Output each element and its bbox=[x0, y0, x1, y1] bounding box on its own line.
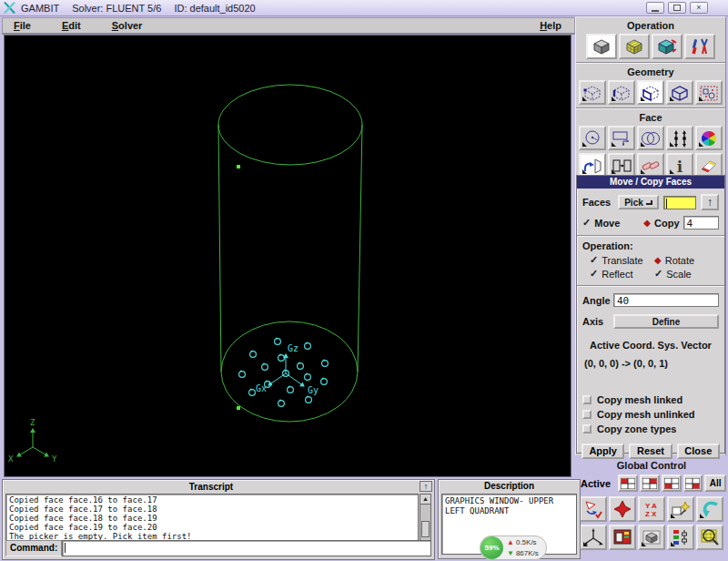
screen-layout-button[interactable] bbox=[609, 525, 636, 550]
svg-text:i: i bbox=[677, 158, 683, 175]
copy-radio-glyph[interactable]: ◆ bbox=[643, 218, 651, 228]
copy-mesh-unlinked-label[interactable]: Copy mesh unlinked bbox=[597, 409, 695, 420]
orient-axis-button[interactable] bbox=[580, 525, 607, 550]
maximize-button[interactable] bbox=[668, 2, 686, 14]
pick-button[interactable]: Pick bbox=[618, 195, 659, 209]
svg-text:Y A: Y A bbox=[645, 502, 657, 510]
operation-label: Operation: bbox=[582, 240, 633, 251]
face-connect-button[interactable] bbox=[637, 153, 664, 178]
scroll-up-icon[interactable]: ▲ bbox=[420, 495, 430, 505]
angle-input[interactable]: 40 bbox=[613, 293, 719, 307]
render-model-button[interactable] bbox=[638, 525, 665, 550]
faces-input[interactable] bbox=[663, 196, 696, 209]
face-cube-icon bbox=[640, 84, 662, 102]
upload-arrow-icon: ▲ bbox=[507, 537, 514, 548]
menubar: File Edit Solver Help bbox=[2, 17, 575, 35]
operation-zones-button[interactable] bbox=[652, 34, 682, 59]
scroll-thumb[interactable] bbox=[421, 521, 430, 537]
face-info-button[interactable]: i bbox=[666, 153, 693, 178]
transcript-log[interactable]: Copied face face.16 to face.17 Copied fa… bbox=[5, 494, 419, 541]
quadrant-top-left-icon bbox=[621, 478, 635, 489]
download-speed: 867K/s bbox=[516, 548, 539, 559]
fit-to-window-button[interactable] bbox=[609, 496, 636, 522]
color-modify-button[interactable] bbox=[667, 525, 694, 550]
axis-labels-button[interactable]: Y A Z X bbox=[638, 496, 665, 522]
geometry-vertex-button[interactable] bbox=[579, 80, 606, 105]
define-axis-button[interactable]: Define bbox=[613, 314, 719, 329]
geometry-group-button[interactable] bbox=[695, 80, 723, 105]
copy-mesh-linked-label[interactable]: Copy mesh linked bbox=[597, 394, 682, 405]
specify-view-button[interactable] bbox=[667, 496, 694, 522]
orient-model-button[interactable] bbox=[580, 496, 607, 522]
graphics-viewport[interactable]: Gz Gx Gy Z X Y bbox=[4, 35, 571, 477]
geometry-edge-button[interactable] bbox=[608, 80, 635, 105]
solver-label: Solver: FLUENT 5/6 bbox=[72, 3, 161, 14]
tools-icon bbox=[689, 37, 711, 56]
face-create-circle-button[interactable] bbox=[579, 126, 606, 150]
geometry-volume-button[interactable] bbox=[666, 80, 693, 105]
operation-geometry-button[interactable] bbox=[586, 34, 617, 59]
copy-mesh-unlinked-checkbox[interactable] bbox=[582, 410, 592, 419]
menu-file[interactable]: File bbox=[8, 18, 36, 33]
copy-count-input[interactable]: 4 bbox=[683, 216, 719, 230]
quadrant-2-button[interactable] bbox=[640, 474, 660, 492]
face-title: Face bbox=[576, 109, 725, 123]
face-move-vertices-button[interactable] bbox=[666, 126, 693, 150]
axis-label: Axis bbox=[582, 316, 613, 327]
move-label[interactable]: Move bbox=[594, 218, 620, 229]
copy-zone-types-checkbox[interactable] bbox=[582, 424, 592, 434]
quadrant-4-button[interactable] bbox=[683, 474, 703, 492]
minimize-button[interactable] bbox=[646, 2, 664, 14]
operation-mesh-button[interactable] bbox=[619, 34, 650, 59]
close-button[interactable]: × bbox=[690, 2, 708, 14]
scale-radio-glyph[interactable]: ✓ bbox=[654, 268, 662, 280]
quadrant-bottom-right-icon bbox=[685, 478, 700, 489]
reflect-radio-glyph[interactable]: ✓ bbox=[590, 268, 598, 280]
active-label: Active bbox=[581, 478, 611, 489]
picker-up-button[interactable]: ↑ bbox=[701, 194, 719, 210]
transcript-title: Transcript bbox=[3, 482, 420, 492]
render-model-icon bbox=[641, 527, 662, 547]
face-move-copy-button[interactable] bbox=[579, 153, 606, 178]
operation-title: Operation bbox=[576, 17, 725, 31]
translate-label[interactable]: Translate bbox=[602, 255, 642, 266]
all-quadrants-button[interactable]: All bbox=[704, 474, 726, 492]
quadrant-bottom-left-icon bbox=[664, 478, 679, 489]
operation-tools-button[interactable] bbox=[684, 34, 715, 59]
translate-radio-glyph[interactable]: ✓ bbox=[590, 254, 598, 266]
copy-mesh-linked-checkbox[interactable] bbox=[582, 395, 592, 404]
face-split-button[interactable] bbox=[608, 153, 635, 178]
move-radio-glyph[interactable]: ✓ bbox=[582, 217, 591, 229]
command-input[interactable] bbox=[62, 540, 431, 556]
geometry-face-button[interactable] bbox=[637, 80, 664, 105]
face-color-button[interactable] bbox=[695, 126, 723, 150]
menu-edit[interactable]: Edit bbox=[56, 18, 86, 33]
copy-zone-types-label[interactable]: Copy zone types bbox=[597, 423, 676, 434]
reflect-label[interactable]: Reflect bbox=[602, 269, 632, 280]
gy-label: Gy bbox=[308, 385, 318, 395]
transcript-panel: Transcript ↑ Copied face face.16 to face… bbox=[2, 479, 435, 560]
transcript-scrollbar[interactable]: ▲ bbox=[420, 494, 431, 541]
x-axis-label: X bbox=[8, 454, 14, 464]
quadrant-1-button[interactable] bbox=[618, 474, 638, 492]
transcript-collapse-icon[interactable]: ↑ bbox=[420, 481, 432, 492]
copy-label[interactable]: Copy bbox=[654, 218, 680, 229]
menu-solver[interactable]: Solver bbox=[106, 18, 148, 33]
rotate-radio-glyph[interactable]: ◆ bbox=[654, 255, 662, 265]
axis-labels-icon: Y A Z X bbox=[641, 499, 662, 519]
undo-button[interactable] bbox=[696, 496, 723, 522]
zoom-magnify-icon bbox=[699, 527, 721, 547]
battery-percent-badge: 59% bbox=[480, 536, 503, 559]
face-delete-button[interactable] bbox=[695, 153, 723, 178]
mesh-icon bbox=[623, 37, 645, 56]
rotate-label[interactable]: Rotate bbox=[665, 255, 694, 266]
network-speed-overlay[interactable]: 59% ▲ 0.5K/s ▼ 867K/s bbox=[480, 536, 547, 560]
face-create-rect-button[interactable] bbox=[608, 126, 635, 150]
fit-to-window-icon bbox=[612, 499, 633, 519]
zoom-magnify-button[interactable] bbox=[696, 525, 723, 550]
quadrant-3-button[interactable] bbox=[662, 474, 682, 492]
scale-label[interactable]: Scale bbox=[666, 269, 692, 280]
face-boolean-button[interactable] bbox=[637, 126, 664, 150]
download-arrow-icon: ▼ bbox=[507, 548, 514, 559]
menu-help[interactable]: Help bbox=[534, 18, 567, 33]
